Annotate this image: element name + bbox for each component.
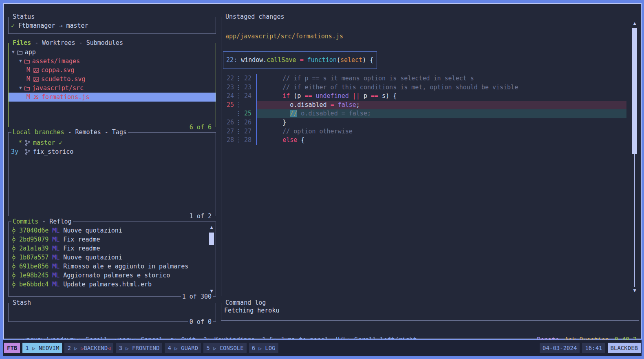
new-line-number: 23 [243,83,256,92]
file-tree-row-coppa-svg[interactable]: M coppa.svg [9,66,216,75]
scroll-up-icon[interactable]: ▲ [632,20,637,26]
branch-recency: 3y [11,147,22,156]
expand-arrow-icon[interactable]: ▼ [19,57,22,66]
stash-panel[interactable]: Stash 0 of 0 [8,303,216,322]
scroll-up-icon[interactable]: ▲ [209,224,214,230]
expand-arrow-icon[interactable]: ▼ [19,84,22,93]
diff-line[interactable]: 23⋮23 // if either of this conditions is… [222,83,626,92]
tmux-time: 16:41 [582,343,605,353]
commit-message: Nuove quotazioni [63,253,122,262]
tmux-hostname: BLACKDEB [608,343,641,353]
main-panel-title: Unstaged changes [224,13,286,21]
commits-panel-tabs: Commits - Reflog [11,217,73,226]
diff-scrollbar[interactable]: ▲ ▼ [632,20,637,293]
new-line-number: 24 [243,92,256,101]
commit-row[interactable]: 37040d6eMLNuove quotazioni [9,226,216,235]
file-tree-row-assets-images[interactable]: ▼ assets/images [9,57,216,66]
line-number-separator: ⋮ [234,92,243,101]
modified-status: M [26,75,30,84]
unstaged-changes-panel[interactable]: Unstaged changes app/javascript/src/form… [221,17,639,296]
command-log-entry: Fetching heroku [221,303,639,314]
file-tree-row-app[interactable]: ▼ app [9,48,216,57]
tab-tags[interactable]: Tags [112,129,127,136]
diff-view[interactable]: 22⋮22 // if p == s it means option is se… [222,74,626,145]
command-log-title: Command log [224,299,267,307]
tab-commits[interactable]: Commits [13,218,38,225]
tmux-window-console[interactable]: 5 ▷ CONSOLE [203,343,247,353]
tab-files[interactable]: Files [13,39,31,47]
tmux-window-backend[interactable]: 2 ▷ ▷BACKEND◁ [64,343,113,353]
line-number-separator: ⋮ [234,118,243,127]
commit-icon [11,272,17,279]
tab-worktrees[interactable]: Worktrees [42,39,75,47]
commit-row[interactable]: 2a1a1a39MLFix readme [9,244,216,253]
file-tree-row-formations-js[interactable]: M JS formations.js [9,93,216,102]
scroll-down-icon[interactable]: ▼ [632,288,637,293]
check-icon: ✓ [59,138,62,147]
commits-panel[interactable]: Commits - Reflog 1 of 300 37040d6eMLNuov… [8,222,216,297]
branch-row-master[interactable]: * master ✓ [9,138,216,147]
scrollbar-thumb[interactable] [209,233,214,245]
window-number: 5 [206,345,210,351]
hunk-header[interactable]: 22: window.callSave = function(select) { [223,51,377,69]
stash-panel-title: Stash [11,299,32,307]
diff-line[interactable]: 27⋮27 // option otherwise [222,127,626,136]
file-tree-row-scudetto-svg[interactable]: M scudetto.svg [9,75,216,84]
tmux-session-chip[interactable]: FTB [4,343,20,353]
window-number: 1 [25,345,29,351]
files-panel[interactable]: Files - Worktrees - Submodules 6 of 6 ▼ … [8,43,216,127]
branch-row-fix-storico[interactable]: 3y fix_storico [9,147,216,156]
new-line-number [243,101,256,110]
tab-submodules[interactable]: Submodules [86,39,123,47]
old-line-number: 23 [222,83,234,92]
diff-line[interactable]: 24⋮24 if (p == undefined || p == s) { [222,92,626,101]
code-line: // if p == s it means option is selected… [257,74,626,83]
status-panel-title: Status [11,13,36,21]
window-number: 6 [252,345,255,351]
commit-hash: 2bd95079 [19,235,49,244]
diff-line[interactable]: 26⋮26 } [222,118,626,127]
window-number: 3 [119,345,122,351]
commit-row[interactable]: be6bbdc4MLUpdate palmares.html.erb [9,280,216,289]
branches-count: 1 of 2 [188,212,213,220]
command-log-panel[interactable]: Command log Fetching heroku [221,303,639,321]
desktop: { "status_panel": { "title": "Status", "… [0,0,644,359]
commit-row[interactable]: 691be856MLRimosso ale e aggiunto in palm… [9,262,216,271]
commit-message: Update palmares.html.erb [63,280,152,289]
branches-panel[interactable]: Local branches - Remotes - Tags 1 of 2 *… [8,132,216,216]
tab-reflog[interactable]: Reflog [49,218,71,225]
commit-row[interactable]: 2bd95079MLFix readme [9,235,216,244]
commit-hash: 37040d6e [19,226,49,235]
scroll-down-icon[interactable]: ▼ [209,288,214,294]
status-panel[interactable]: Status ✓ Ftbmanager → master [8,17,216,34]
tab-remotes[interactable]: Remotes [75,129,101,136]
window-separator-icon: ▷ [259,346,262,351]
commit-hash: 2a1a1a39 [19,244,49,253]
window-separator-icon: ▷ [174,346,177,351]
diff-file-path[interactable]: app/javascript/src/formations.js [225,33,343,40]
scrollbar-thumb[interactable] [632,28,637,154]
new-line-number: 27 [243,127,256,136]
commits-scrollbar[interactable]: ▲ ▼ [209,224,214,294]
stash-count: 0 of 0 [188,318,213,326]
tmux-window-frontend[interactable]: 3 ▷ FRONTEND [116,343,162,353]
new-line-number: 26 [243,118,256,127]
tab-local-branches[interactable]: Local branches [13,129,64,136]
code-line: if (p == undefined || p == s) { [257,92,626,101]
check-icon: ✓ [11,22,15,29]
diff-line[interactable]: 28⋮28 else { [222,136,626,145]
tmux-window-neovim[interactable]: 1 ▷ NEOVIM [22,343,62,353]
tmux-window-guard[interactable]: 4 ▷ GUARD [165,343,201,353]
commit-row[interactable]: 1e98b245MLAggiornato palmares e storico [9,271,216,280]
file-tree-row-javascript-src[interactable]: ▼ javascript/src [9,84,216,93]
folder-icon [24,58,30,64]
diff-line-removed[interactable]: 25⋮ o.disabled = false; [222,101,626,110]
line-number-separator: ⋮ [234,74,243,83]
tmux-window-log[interactable]: 6 ▷ LOG [249,343,278,353]
window-separator-icon: ▷ [213,346,216,351]
old-line-number: 28 [222,136,234,145]
diff-line[interactable]: 22⋮22 // if p == s it means option is se… [222,74,626,83]
commit-row[interactable]: 1b87a557MLNuove quotazioni [9,253,216,262]
expand-arrow-icon[interactable]: ▼ [12,48,15,57]
diff-line-added[interactable]: ⋮25 // o.disabled = false; [222,109,626,118]
